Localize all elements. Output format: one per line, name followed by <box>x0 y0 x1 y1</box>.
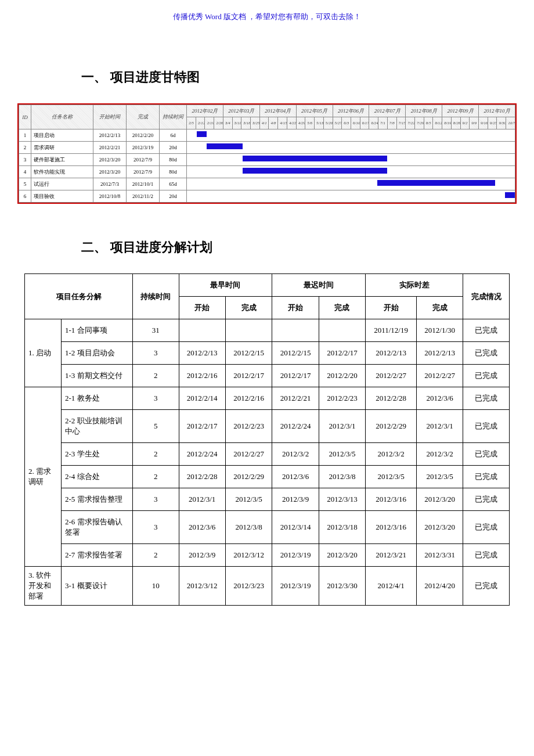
gantt-col-start: 开始时间 <box>93 105 127 129</box>
gantt-week: 2/5 <box>187 117 196 129</box>
cell-dur: 3 <box>133 511 179 544</box>
breakdown-table: 项目任务分解持续时间最早时间最迟时间实际时差完成情况开始完成开始完成开始完成1.… <box>24 273 510 606</box>
cell-e_e: 2012/3/23 <box>225 567 272 606</box>
gantt-cell-task: 项目验收 <box>31 190 93 203</box>
cell-l_s: 2012/2/17 <box>272 365 319 387</box>
gantt-week: 2/19 <box>205 117 214 129</box>
breakdown-row: 3. 软件开发和部署3-1 概要设计102012/3/122012/3/2320… <box>25 567 510 606</box>
breakdown-row: 2-4 综合处22012/2/282012/2/292012/3/62012/3… <box>25 466 510 488</box>
cell-l_e: 2012/2/17 <box>319 342 365 365</box>
cell-a_e: 2012/3/6 <box>416 387 463 410</box>
task-name: 2-4 综合处 <box>62 466 133 488</box>
gantt-cell-id: 1 <box>19 129 31 142</box>
cell-l_s: 2012/3/6 <box>272 466 319 488</box>
cell-status: 已完成 <box>463 511 510 544</box>
cell-e_s <box>179 319 225 342</box>
gantt-week: 6/17 <box>360 117 369 129</box>
cell-a_e: 2012/1/30 <box>416 319 463 342</box>
cell-a_s: 2012/2/27 <box>366 365 417 387</box>
cell-status: 已完成 <box>463 410 510 443</box>
gantt-month: 2012年02月 <box>187 105 223 117</box>
cell-e_s: 2012/2/24 <box>179 443 225 466</box>
gantt-week: 7/1 <box>378 117 388 129</box>
group-name: 3. 软件开发和部署 <box>25 567 62 606</box>
gantt-week: 7/29 <box>414 117 424 129</box>
gantt-week: 9/30 <box>497 117 506 129</box>
gantt-week: 7/8 <box>387 117 396 129</box>
gantt-cell-task: 项目启动 <box>31 129 93 142</box>
cell-dur: 10 <box>133 567 179 606</box>
col-start: 开始 <box>272 297 319 319</box>
gantt-week: 7/15 <box>396 117 406 129</box>
cell-e_s: 2012/2/16 <box>179 365 225 387</box>
cell-l_e: 2012/3/5 <box>319 443 365 466</box>
gantt-cell-start: 2012/2/21 <box>93 142 127 154</box>
task-name: 1-3 前期文档交付 <box>62 365 133 387</box>
cell-l_e: 2012/3/8 <box>319 466 365 488</box>
task-name: 2-2 职业技能培训中心 <box>62 410 133 443</box>
task-name: 2-7 需求报告签署 <box>62 544 133 567</box>
cell-a_e: 2012/3/20 <box>416 511 463 544</box>
cell-l_s: 2012/3/2 <box>272 443 319 466</box>
task-name: 3-1 概要设计 <box>62 567 133 606</box>
cell-a_e: 2012/3/1 <box>416 410 463 443</box>
cell-a_s: 2012/3/21 <box>366 544 417 567</box>
breakdown-row: 2-7 需求报告签署22012/3/92012/3/122012/3/19201… <box>25 544 510 567</box>
gantt-cell-duration: 80d <box>160 154 187 166</box>
gantt-week: 3/18 <box>241 117 251 129</box>
gantt-bar <box>197 131 207 137</box>
gantt-cell-end: 2012/7/9 <box>127 166 160 178</box>
gantt-row: 3硬件部署施工2012/3/202012/7/980d <box>19 154 515 166</box>
gantt-cell-start: 2012/7/3 <box>93 178 127 190</box>
gantt-cell-task: 需求调研 <box>31 142 93 154</box>
gantt-cell-duration: 20d <box>160 190 187 203</box>
cell-a_s: 2012/2/29 <box>366 410 417 443</box>
cell-l_s: 2012/2/24 <box>272 410 319 443</box>
gantt-week: 6/10 <box>351 117 360 129</box>
breakdown-row: 2-6 需求报告确认签署32012/3/62012/3/82012/3/1420… <box>25 511 510 544</box>
cell-a_e: 2012/4/20 <box>416 567 463 606</box>
gantt-row: 5试运行2012/7/32012/10/165d <box>19 178 515 190</box>
cell-a_s: 2012/4/1 <box>366 567 417 606</box>
col-actual: 实际时差 <box>366 274 463 297</box>
col-start: 开始 <box>179 297 225 319</box>
gantt-bar-cell <box>187 129 515 142</box>
gantt-month: 2012年03月 <box>223 105 259 117</box>
cell-l_s: 2012/2/15 <box>272 342 319 365</box>
breakdown-row: 1. 启动1-1 合同事项312011/12/192012/1/30已完成 <box>25 319 510 342</box>
gantt-week: 5/13 <box>315 117 324 129</box>
cell-e_e: 2012/3/8 <box>225 511 272 544</box>
group-name: 1. 启动 <box>25 319 62 387</box>
cell-status: 已完成 <box>463 319 510 342</box>
header-note: 传播优秀 Word 版文档 ，希望对您有帮助，可双击去除！ <box>12 12 522 22</box>
gantt-row: 6项目验收2012/10/82012/11/220d <box>19 190 515 203</box>
cell-status: 已完成 <box>463 342 510 365</box>
gantt-week: 7/22 <box>406 117 415 129</box>
cell-l_e: 2012/3/18 <box>319 511 365 544</box>
col-end: 完成 <box>319 297 365 319</box>
gantt-cell-start: 2012/2/13 <box>93 129 127 142</box>
gantt-week: 3/4 <box>223 117 232 129</box>
cell-e_e <box>225 319 272 342</box>
gantt-week: 9/16 <box>479 117 488 129</box>
cell-e_e: 2012/3/5 <box>225 488 272 511</box>
cell-dur: 2 <box>133 544 179 567</box>
gantt-cell-duration: 6d <box>160 129 187 142</box>
gantt-bar-cell <box>187 178 515 190</box>
gantt-week: 3/25 <box>251 117 260 129</box>
cell-l_e: 2012/3/13 <box>319 488 365 511</box>
cell-l_s: 2012/3/14 <box>272 511 319 544</box>
gantt-month: 2012年06月 <box>333 105 369 117</box>
gantt-cell-duration: 65d <box>160 178 187 190</box>
gantt-week: 8/12 <box>433 117 442 129</box>
cell-l_e: 2012/3/1 <box>319 410 365 443</box>
cell-a_e: 2012/3/31 <box>416 544 463 567</box>
cell-l_s: 2012/3/19 <box>272 544 319 567</box>
gantt-row: 1项目启动2012/2/132012/2/206d <box>19 129 515 142</box>
gantt-week: 10/7 <box>506 117 515 129</box>
task-name: 2-6 需求报告确认签署 <box>62 511 133 544</box>
gantt-bar <box>243 168 387 174</box>
gantt-col-duration: 持续时间 <box>160 105 187 129</box>
gantt-month: 2012年08月 <box>406 105 442 117</box>
col-end: 完成 <box>225 297 272 319</box>
